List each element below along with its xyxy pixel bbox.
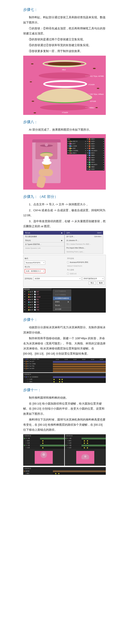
tl-row[interactable]: 👁▶ 3 ★ 大拇指 — [23, 363, 53, 365]
layer-row[interactable]: 👁▶图层 18 — [67, 140, 86, 143]
tl-row[interactable]: ▼ 大圆 — [23, 444, 40, 447]
eye-icon[interactable]: 👁 — [87, 142, 88, 145]
tl-row[interactable]: ◇ 位置 — [23, 442, 40, 444]
tl-row[interactable]: ▼ 小圆 — [65, 438, 81, 440]
eye-icon[interactable]: 👁 — [68, 142, 69, 145]
eye-icon[interactable]: 👁 — [68, 147, 69, 150]
layer-row[interactable]: 👁▶杯子 — [67, 143, 86, 145]
layer-row[interactable]: 👁▶冰淇淋 — [67, 145, 86, 147]
eye-icon[interactable]: 👁 — [87, 168, 88, 170]
tl-row[interactable]: 👁▶ 5 ★ 杯筒 — [23, 368, 53, 370]
import-button[interactable]: 导入 — [89, 281, 96, 285]
layer-row[interactable]: 👁<路径> — [86, 161, 104, 164]
eye-icon[interactable]: 👁 — [68, 145, 69, 147]
menu-typekit[interactable]: 从 Typekit 添加字体… — [23, 242, 64, 246]
ctx-invert-sel[interactable]: 反向选择 — [53, 308, 71, 311]
eye-icon[interactable]: 👁 — [87, 164, 88, 166]
eye-icon[interactable]: 👁 — [24, 306, 25, 308]
layer-row[interactable]: 👁▶推杆 — [67, 147, 86, 150]
dlg-filter-dd[interactable]: 所有可接受的文件▾ — [82, 277, 104, 280]
layer-row[interactable]: 👁<矩形> — [86, 140, 104, 143]
layer-row[interactable]: 👁<椭圆> — [86, 147, 104, 150]
layer-row[interactable]: 👁<椭圆> — [86, 159, 104, 161]
submenu-file[interactable]: 文件…Ctrl+I — [65, 231, 103, 235]
eye-icon[interactable]: 👁 — [87, 145, 88, 147]
eye-icon[interactable]: 👁 — [87, 156, 88, 159]
eye-icon[interactable]: 👁 — [24, 290, 25, 293]
tl-row[interactable]: ◇ 位置 — [65, 442, 81, 444]
eye-icon[interactable]: 👁 — [24, 296, 25, 298]
submenu-multi[interactable]: 多个文件…Ctrl+Alt+I — [65, 235, 103, 238]
tl-row[interactable]: 👁▶ 2 ★ 右手 — [23, 360, 53, 363]
ctx-vector-shape[interactable]: 从矢量图层创建形状 — [53, 297, 71, 300]
tl-row[interactable]: ◇ 位置 — [65, 447, 81, 449]
dlg-seq-check[interactable] — [67, 262, 69, 263]
eye-icon[interactable]: 👁 — [87, 150, 88, 152]
eye-icon[interactable]: 👁 — [24, 376, 25, 378]
tl-row[interactable]: 👁▶ 4 ★ 手指 — [23, 365, 53, 368]
eye-icon[interactable]: 👁 — [68, 140, 69, 142]
ae-layer-row[interactable]: 👁▶ 60📄 开关 — [23, 301, 52, 304]
tl-row[interactable]: ▼ 小圆 — [23, 438, 40, 440]
layer-row[interactable]: 👁<复合路径> — [86, 164, 104, 166]
eye-icon[interactable]: 👁 — [24, 363, 25, 365]
tl-row[interactable]: ◇ 路径 — [23, 440, 40, 442]
layer-row[interactable]: 👁<路径> — [86, 156, 104, 159]
eye-icon[interactable]: 👁 — [87, 159, 88, 161]
layer-row[interactable]: 👁<路径> — [86, 138, 104, 140]
eye-icon[interactable]: 👁 — [24, 298, 25, 301]
layer-row[interactable]: 👁<椭圆> — [86, 154, 104, 156]
tl-row-rod[interactable]: 推料棒 — [26, 470, 29, 472]
submenu-lib[interactable]: 从 Libraries 中… — [65, 238, 103, 242]
eye-icon[interactable]: 👁 — [24, 358, 25, 360]
layer-row[interactable]: 👁<矩形> — [86, 145, 104, 147]
menu-export[interactable]: 导出(X)▶ — [23, 238, 64, 242]
layer-row[interactable]: 👁<椭圆> — [86, 166, 104, 168]
eye-icon[interactable]: 👁 — [24, 308, 25, 311]
eye-icon[interactable]: 👁 — [87, 138, 88, 140]
layer-row[interactable]: 👁▶图层 1 — [67, 152, 86, 154]
eye-icon[interactable]: 👁 — [24, 293, 25, 296]
dlg-filename-dd[interactable]: 冰淇淋▾ — [34, 277, 81, 280]
ae-layer-row[interactable]: 👁▶ 62📄 顶部 — [23, 306, 52, 309]
eye-icon[interactable]: 👁 — [24, 301, 25, 304]
eye-icon[interactable]: 👁 — [68, 150, 69, 152]
layer-row[interactable]: 👁<路径> — [86, 152, 104, 154]
eye-icon[interactable]: 👁 — [24, 360, 25, 363]
tl-row[interactable]: ◇ 位置 — [23, 447, 40, 449]
eye-icon[interactable]: 👁 — [87, 161, 88, 164]
ae-layer-row[interactable]: 👁▶ 56📄 操作 — [23, 291, 52, 293]
tl-row[interactable]: ▼ 大圆 — [65, 444, 81, 447]
dlg-importas-dd[interactable]: 合成 - 保持图层大小▾ — [25, 269, 45, 273]
submenu-proimport[interactable]: Pro Import After Effects… — [65, 246, 103, 250]
ae-layer-row[interactable]: 👁▶ 58📄 冰淇淋 — [23, 296, 52, 298]
tl-row[interactable]: ◇ ○ 位置 — [23, 378, 53, 380]
cancel-button[interactable]: 取消 — [97, 281, 104, 285]
eye-icon[interactable]: 👁 — [87, 154, 88, 156]
tl-row[interactable]: 👁▼ 1 ★ 冰淇淋移动 — [23, 376, 53, 378]
eye-icon[interactable]: 👁 — [87, 166, 88, 168]
ae-layer-row[interactable]: 👁▶ 63📄 手指 — [23, 309, 52, 311]
layer-row[interactable]: 👁<复合路径> — [86, 150, 104, 152]
tl-row[interactable]: ◇ 路径 — [65, 440, 81, 442]
menu-import[interactable]: 导入(I)▶ — [23, 231, 64, 235]
tl-row[interactable]: ◇ ○ 旋转 — [23, 380, 53, 383]
ae-layer-row[interactable]: 👁▶ 57📄 右手 — [23, 293, 52, 296]
tl-row[interactable]: 👁▶ 1 ★ 冰淇淋 · 移动 — [23, 358, 53, 360]
dlg-create-comp-check[interactable] — [67, 273, 69, 274]
ae-layer-row[interactable]: 👁▶ 59📄 料缸 — [23, 298, 52, 301]
eye-icon[interactable]: 👁 — [24, 367, 25, 370]
eye-icon[interactable]: 👁 — [24, 304, 25, 306]
ctx-camera[interactable]: 摄像机▶ — [53, 300, 71, 304]
eye-icon[interactable]: 👁 — [68, 152, 69, 154]
ctx-precompose[interactable]: 预合成… — [53, 304, 71, 307]
ae-layer-row[interactable]: 👁▶ 61📄 按钮 — [23, 304, 52, 306]
layer-row[interactable]: 👁<路径> — [86, 143, 104, 145]
eye-icon[interactable]: 👁 — [87, 140, 88, 142]
eye-icon[interactable]: 👁 — [87, 147, 88, 150]
eye-icon[interactable]: 👁 — [24, 365, 25, 367]
eye-icon[interactable]: 👁 — [87, 152, 88, 154]
layer-row[interactable]: 👁▶冰淇淋机 — [67, 150, 86, 152]
dlg-format-dd[interactable]: Illustrator/PDF/EPS▾ — [25, 261, 45, 264]
menu-recent[interactable]: 导入最近的素材 — [23, 235, 64, 238]
